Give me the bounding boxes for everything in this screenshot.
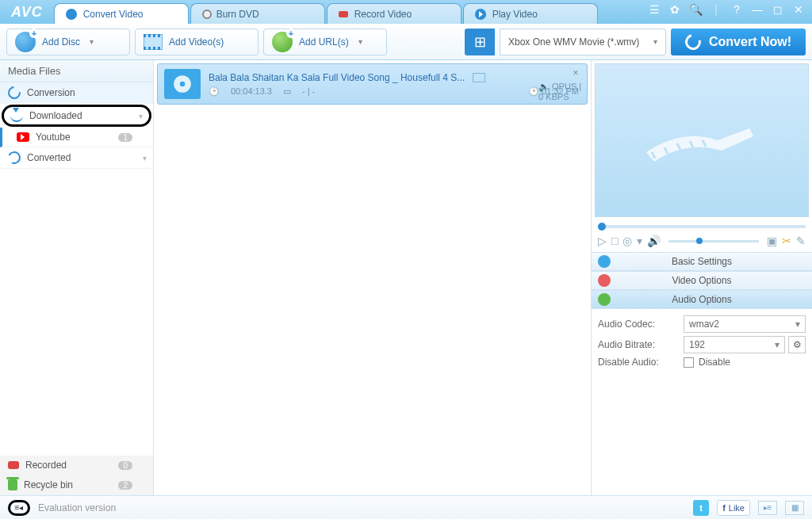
select-value: 192 [689,339,705,350]
panel-video-options[interactable]: Video Options [592,271,812,290]
view-grid-button[interactable]: ▦ [785,501,804,515]
snapshot-button[interactable]: ◎ [622,235,632,247]
facebook-icon: f [722,503,726,513]
seek-slider[interactable] [598,225,806,228]
tab-row: Convert Video Burn DVD Record Video Play… [54,3,599,24]
clock-icon: 🕑 [209,86,220,97]
twitter-icon: t [699,503,703,513]
media-thumbnail [164,69,201,99]
close-button[interactable]: ✕ [791,3,806,16]
tab-label: Burn DVD [216,9,259,20]
audio-codec-select[interactable]: wmav2 ▾ [684,315,806,333]
volume-icon[interactable]: 🔊 [647,235,661,247]
remove-item-button[interactable]: × [569,67,582,80]
twitter-button[interactable]: t [693,500,709,516]
facebook-like-button[interactable]: fLike [717,500,750,516]
media-list: Bala Bala Shaitan Ka Sala Full Video Son… [154,60,592,495]
tab-burn-dvd[interactable]: Burn DVD [190,3,325,24]
tab-record-video[interactable]: Record Video [327,3,462,24]
audio-icon [598,293,611,306]
folder-icon[interactable] [473,73,485,82]
media-info: Bala Bala Shaitan Ka Sala Full Video Son… [209,72,580,97]
button-label: Add Video(s) [169,36,224,48]
chevron-down-icon[interactable]: ▾ [637,235,642,247]
slider-knob[interactable] [598,223,606,231]
audio-codec-label: Audio Codec: [598,319,684,330]
volume-slider[interactable] [668,240,759,242]
record-icon [339,11,348,17]
panel-title: Audio Options [672,294,731,305]
sidebar-toggle[interactable]: ≡◂ [8,500,30,516]
add-urls-button[interactable]: Add URL(s) ▾ [263,29,387,55]
gear-icon: ⚙ [793,339,802,350]
settings-icon[interactable]: ✿ [668,3,682,16]
sidebar-item-recycle-bin[interactable]: Recycle bin 2 [0,475,153,495]
media-title: Bala Bala Shaitan Ka Sala Full Video Son… [209,72,465,83]
bitrate-settings-button[interactable]: ⚙ [788,336,806,353]
panel-title: Basic Settings [672,256,732,267]
tab-label: Record Video [354,9,412,20]
button-label: Add URL(s) [299,36,349,48]
clock-icon: 🕑 [528,86,539,96]
globe-icon [598,255,611,268]
window-controls: ☰ ✿ 🔍 | ? — ◻ ✕ [647,3,806,16]
crop-button[interactable]: ▣ [767,235,777,247]
audio-bitrate-label: Audio Bitrate: [598,339,684,350]
sidebar-item-label: Recycle bin [24,479,73,490]
media-item[interactable]: Bala Bala Shaitan Ka Sala Full Video Son… [157,63,588,105]
globe-plus-icon [272,32,293,52]
app-logo: AVC [0,4,54,24]
view-list-button[interactable]: ▸≡ [758,501,777,515]
sidebar-item-converted[interactable]: Converted ▾ [0,147,153,169]
chevron-down-icon: ▾ [653,37,657,46]
convert-now-button[interactable]: Convert Now! [671,29,806,55]
button-label: Convert Now! [709,35,791,49]
chevron-down-icon: ▾ [775,339,779,350]
media-dimensions: - | - [302,86,315,96]
divider: | [709,3,723,16]
tab-label: Convert Video [83,9,144,20]
sidebar-item-conversion[interactable]: Conversion [0,82,153,104]
panel-audio-options[interactable]: Audio Options [592,290,812,309]
main-area: Media Files Conversion Downloaded ▾ Yout… [0,60,812,495]
sidebar-item-label: Recorded [25,460,67,471]
sidebar-item-youtube[interactable]: Youtube 1 [0,128,153,147]
search-icon[interactable]: 🔍 [688,3,703,16]
stop-button[interactable]: □ [611,235,618,247]
like-label: Like [729,503,745,513]
sidebar-item-recorded[interactable]: Recorded 0 [0,456,153,475]
video-icon [598,274,611,287]
add-disc-button[interactable]: Add Disc ▾ [6,29,130,55]
minimize-button[interactable]: — [750,3,764,16]
maximize-button[interactable]: ◻ [771,3,785,16]
menu-icon[interactable]: ☰ [647,3,661,16]
tools-icon[interactable]: ✎ [796,235,806,247]
add-videos-button[interactable]: Add Video(s) [135,29,259,55]
tab-play-video[interactable]: Play Video [463,3,598,24]
right-panel: ▷ □ ◎ ▾ 🔊 ▣ ✂ ✎ Basic Settings Video Opt… [592,60,812,495]
sidebar-item-downloaded[interactable]: Downloaded ▾ [2,105,151,127]
disc-plus-icon [15,32,36,52]
tab-convert-video[interactable]: Convert Video [54,3,189,24]
sidebar-header: Media Files [0,60,153,82]
count-badge: 2 [118,481,132,490]
media-time: 01:32 PM [542,86,579,96]
play-button[interactable]: ▷ [598,235,607,247]
youtube-icon [17,132,29,142]
chevron-down-icon: ▾ [143,154,147,162]
disable-audio-checkbox[interactable] [684,357,694,368]
sidebar-item-label: Youtube [36,132,71,143]
help-icon[interactable]: ? [730,3,744,16]
refresh-icon [682,31,703,52]
panel-title: Video Options [672,275,731,286]
scissors-icon[interactable]: ✂ [782,235,791,247]
audio-bitrate-select[interactable]: 192 ▾ [684,336,785,353]
profile-value: Xbox One WMV Movie (*.wmv) [508,36,639,48]
sidebar-item-label: Downloaded [29,110,82,121]
panel-basic-settings[interactable]: Basic Settings [592,252,812,271]
chevron-down-icon: ▾ [358,37,362,46]
chevron-down-icon: ▾ [139,112,143,120]
status-text: Evaluation version [38,502,116,513]
player-controls: ▷ □ ◎ ▾ 🔊 ▣ ✂ ✎ [592,233,812,252]
output-profile-select[interactable]: Xbox One WMV Movie (*.wmv) ▾ [500,29,666,55]
